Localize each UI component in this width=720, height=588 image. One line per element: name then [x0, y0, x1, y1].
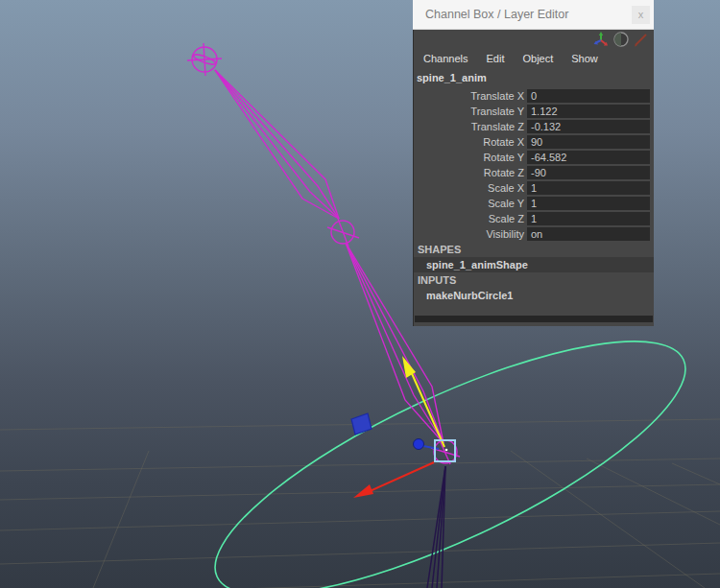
- channel-value-field[interactable]: 1: [527, 181, 650, 195]
- input-node-item[interactable]: makeNurbCircle1: [414, 288, 654, 303]
- channel-label[interactable]: Scale Z: [414, 213, 524, 224]
- channel-label[interactable]: Translate X: [414, 90, 524, 102]
- channel-label[interactable]: Translate Z: [414, 121, 524, 132]
- channel-label[interactable]: Rotate X: [414, 136, 524, 148]
- bone-unselected-lower[interactable]: [427, 466, 445, 588]
- selected-object-name[interactable]: spine_1_anim: [417, 72, 487, 83]
- shape-node-item[interactable]: spine_1_animShape: [414, 257, 654, 272]
- inputs-section-header: INPUTS: [414, 272, 654, 288]
- axis-tripod-icon[interactable]: [592, 31, 610, 48]
- channel-row: Translate Y 1.122: [414, 104, 654, 119]
- channel-label[interactable]: Scale Y: [414, 198, 524, 209]
- manip-center-dot: [445, 449, 448, 452]
- channel-label[interactable]: Rotate Y: [414, 152, 524, 163]
- panel-title: Channel Box / Layer Editor: [425, 0, 568, 29]
- channel-row: Rotate X 90: [414, 134, 654, 150]
- manip-plane-handle-cube[interactable]: [351, 413, 372, 435]
- panel-titlebar[interactable]: Channel Box / Layer Editor x: [413, 0, 654, 30]
- channel-row: Rotate Y -64.582: [414, 150, 654, 165]
- manip-y-axis-arrow[interactable]: [402, 356, 444, 447]
- channel-value-field[interactable]: 1: [527, 197, 650, 210]
- channel-value-field[interactable]: 90: [527, 135, 650, 149]
- channel-label[interactable]: Translate Y: [414, 106, 524, 117]
- panel-body: Channels Edit Object Show spine_1_anim T…: [413, 30, 654, 326]
- channel-list: Translate X 0 Translate Y 1.122 Translat…: [414, 88, 654, 303]
- channel-label[interactable]: Scale X: [414, 182, 524, 194]
- channel-label[interactable]: Visibility: [414, 228, 524, 240]
- channel-value-field[interactable]: 0: [527, 89, 650, 103]
- channel-box-panel: Channel Box / Layer Editor x Chann: [413, 0, 654, 326]
- center-pivot-icon[interactable]: [612, 31, 630, 48]
- panel-menubar: Channels Edit Object Show: [423, 53, 598, 64]
- channel-row: Rotate Z -90: [414, 165, 654, 180]
- channel-value-field[interactable]: -90: [527, 166, 650, 179]
- shapes-section-header: SHAPES: [414, 242, 654, 257]
- bone-upper[interactable]: [215, 70, 339, 219]
- joint-control-middle[interactable]: [327, 219, 359, 247]
- channel-row: Scale X 1: [414, 180, 654, 196]
- menu-edit[interactable]: Edit: [486, 53, 504, 64]
- channel-value-field[interactable]: 1: [527, 212, 650, 225]
- channel-value-field[interactable]: on: [527, 227, 650, 241]
- channel-value-field[interactable]: -64.582: [527, 151, 650, 164]
- channel-row: Scale Y 1: [414, 196, 654, 211]
- menu-channels[interactable]: Channels: [423, 53, 468, 64]
- panel-close-button[interactable]: x: [632, 6, 650, 24]
- horizontal-scrollbar[interactable]: [415, 316, 653, 322]
- menu-show[interactable]: Show: [571, 53, 598, 64]
- channel-value-field[interactable]: -0.132: [527, 120, 650, 133]
- channel-row: Translate X 0: [414, 88, 654, 104]
- channel-row: Scale Z 1: [414, 211, 654, 226]
- channel-row: Translate Z -0.132: [414, 119, 654, 134]
- move-manipulator[interactable]: [351, 356, 455, 498]
- channel-label[interactable]: Rotate Z: [414, 167, 524, 178]
- channel-value-field[interactable]: 1.122: [527, 105, 650, 118]
- menu-object[interactable]: Object: [522, 53, 553, 64]
- ground-grid: [0, 419, 720, 588]
- manip-x-axis-arrow[interactable]: [353, 462, 434, 498]
- channel-row: Visibility on: [414, 226, 654, 242]
- pencil-icon[interactable]: [633, 31, 650, 48]
